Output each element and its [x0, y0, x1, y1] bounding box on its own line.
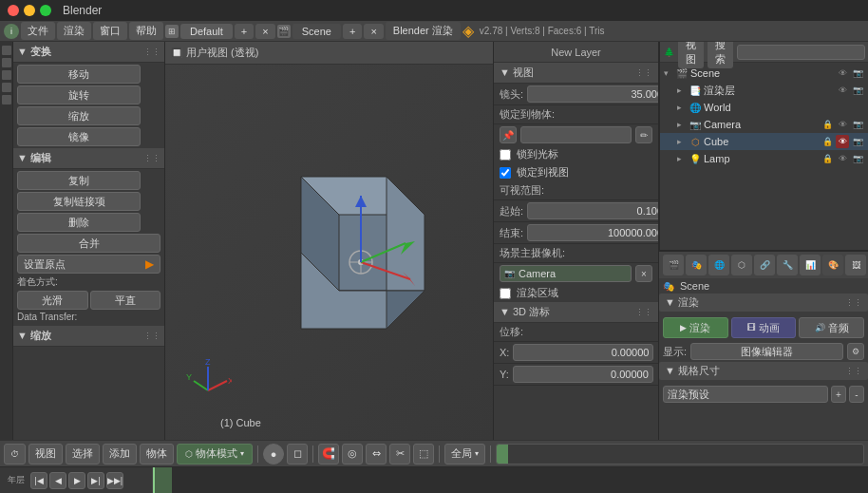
- close-scene-btn[interactable]: ×: [364, 24, 383, 39]
- tree-item-world[interactable]: ▸ 🌐 World: [660, 99, 868, 116]
- lamp-restrict-btn[interactable]: 🔒: [821, 152, 834, 165]
- tool-btn-1[interactable]: ✂: [389, 444, 410, 465]
- transform-header[interactable]: ▼ 变换 ⋮⋮: [13, 42, 164, 63]
- camera-close-btn[interactable]: ×: [635, 265, 652, 282]
- props-tab-modifiers[interactable]: 🔧: [777, 255, 798, 275]
- view-section-header[interactable]: ▼ 视图 ⋮⋮: [494, 63, 658, 84]
- proportional-btn[interactable]: ◎: [342, 444, 363, 465]
- menu-help[interactable]: 帮助: [129, 22, 163, 40]
- vert-btn-3[interactable]: [2, 70, 11, 80]
- cursor-section-header[interactable]: ▼ 3D 游标 ⋮⋮: [494, 302, 658, 323]
- menu-render[interactable]: 渲染: [57, 22, 91, 40]
- snap-btn[interactable]: 🧲: [318, 444, 339, 465]
- add-preset-btn[interactable]: +: [831, 386, 846, 403]
- x-input[interactable]: [513, 344, 653, 361]
- rl-render-btn[interactable]: 📷: [851, 84, 864, 97]
- timeline-icon-btn[interactable]: ⏱: [4, 444, 26, 465]
- remove-preset-btn[interactable]: -: [849, 386, 864, 403]
- object-btn[interactable]: 物体: [140, 444, 174, 465]
- clip-start-input[interactable]: [527, 202, 659, 219]
- display-settings-btn[interactable]: ⚙: [847, 343, 864, 360]
- edit-header[interactable]: ▼ 编辑 ⋮⋮: [13, 148, 164, 169]
- props-tab-world[interactable]: 🌐: [708, 255, 729, 275]
- camera-vis-btn[interactable]: 👁: [836, 118, 849, 131]
- tree-item-cube[interactable]: ▸ ⬡ Cube 🔒 👁 📷: [660, 133, 868, 150]
- minimize-button[interactable]: [24, 5, 35, 16]
- tree-item-render-layer[interactable]: ▸ 📑 渲染层 👁 📷: [660, 82, 868, 99]
- view-btn[interactable]: 视图: [28, 444, 63, 465]
- scene-render-btn[interactable]: 📷: [851, 66, 864, 80]
- lock-icon[interactable]: 📌: [500, 126, 517, 143]
- timeline-end-btn[interactable]: ▶▶|: [106, 472, 123, 489]
- timeline-next-btn[interactable]: ▶|: [87, 472, 104, 489]
- scale-header[interactable]: ▼ 缩放 ⋮⋮: [13, 326, 164, 347]
- global-btn[interactable]: 全局 ▾: [444, 444, 485, 465]
- mode-btn[interactable]: ⬡ 物体模式 ▾: [177, 444, 253, 465]
- set-origin-btn[interactable]: 设置原点 ▶: [17, 255, 160, 274]
- props-tab-scene[interactable]: 🎭: [686, 255, 707, 275]
- frame-strip[interactable]: [496, 444, 864, 465]
- copy-linked-btn[interactable]: 复制链接项: [17, 192, 141, 211]
- resolution-section-header[interactable]: ▼ 规格尺寸 ⋮⋮: [659, 362, 868, 380]
- scene-tab[interactable]: Scene: [292, 24, 341, 39]
- display-btn[interactable]: 图像编辑器: [690, 343, 843, 360]
- timeline-play-btn[interactable]: ▶: [68, 472, 85, 489]
- lens-input[interactable]: [527, 85, 659, 103]
- menu-file[interactable]: 文件: [21, 22, 55, 40]
- maximize-button[interactable]: [40, 5, 51, 16]
- world-expand-icon[interactable]: ▸: [677, 103, 687, 112]
- merge-btn[interactable]: 合并: [17, 234, 160, 253]
- props-tab-texture[interactable]: 🖼: [845, 255, 866, 275]
- props-tab-material[interactable]: 🎨: [822, 255, 843, 275]
- tree-item-camera[interactable]: ▸ 📷 Camera 🔒 👁 📷: [660, 116, 868, 133]
- lock-view-checkbox[interactable]: [500, 167, 511, 179]
- smooth-btn[interactable]: 光滑: [17, 291, 88, 310]
- mirror-btn[interactable]: ⇔: [366, 444, 387, 465]
- camera-render-btn[interactable]: 📷: [851, 118, 864, 131]
- viewport-3d[interactable]: 🔲 用户视图 (透视): [165, 42, 493, 440]
- close-workspace-btn[interactable]: ×: [255, 24, 274, 39]
- camera-expand-icon[interactable]: ▸: [677, 120, 687, 129]
- move-btn[interactable]: 移动: [17, 65, 141, 84]
- props-tab-data[interactable]: 📊: [800, 255, 821, 275]
- layout-icon[interactable]: ⊞: [165, 25, 179, 38]
- render-section-header[interactable]: ▼ 渲染 ⋮⋮: [659, 294, 868, 312]
- outliner-icon[interactable]: 🌲: [664, 47, 674, 57]
- cube-render-btn[interactable]: 📷: [851, 135, 864, 148]
- timeline-back-btn[interactable]: |◀: [30, 472, 47, 489]
- vert-btn-1[interactable]: [2, 46, 11, 55]
- edge-select-btn[interactable]: ◻: [287, 444, 308, 465]
- timeline-playhead[interactable]: [153, 467, 155, 493]
- rl-vis-btn[interactable]: 👁: [836, 84, 849, 97]
- render-region-checkbox[interactable]: [500, 288, 511, 299]
- mirror-btn[interactable]: 镜像: [17, 127, 141, 146]
- anim-btn[interactable]: 🎞 动画: [731, 317, 797, 338]
- add-btn[interactable]: 添加: [103, 444, 137, 465]
- scene-icon-btn[interactable]: 🎬: [277, 25, 291, 38]
- scene-vis-btn[interactable]: 👁: [836, 66, 849, 80]
- info-icon[interactable]: i: [4, 24, 19, 39]
- cube-restrict-btn[interactable]: 🔒: [821, 135, 834, 148]
- tree-item-lamp[interactable]: ▸ 💡 Lamp 🔒 👁 📷: [660, 150, 868, 167]
- lamp-expand-icon[interactable]: ▸: [677, 154, 687, 163]
- props-tab-constraints[interactable]: 🔗: [754, 255, 775, 275]
- vertex-select-btn[interactable]: ●: [263, 444, 284, 465]
- props-tab-object[interactable]: ⬡: [731, 255, 752, 275]
- outliner-search-input[interactable]: [737, 45, 865, 60]
- timeline-track[interactable]: [152, 467, 868, 493]
- vert-btn-2[interactable]: [2, 58, 11, 67]
- lock-object-field[interactable]: [520, 126, 632, 143]
- rotate-btn[interactable]: 旋转: [17, 85, 141, 104]
- delete-btn[interactable]: 删除: [17, 213, 141, 232]
- rl-expand-icon[interactable]: ▸: [677, 85, 687, 95]
- lamp-render-btn[interactable]: 📷: [851, 152, 864, 165]
- close-button[interactable]: [8, 5, 19, 16]
- add-workspace-btn[interactable]: +: [235, 24, 254, 39]
- viewport-canvas[interactable]: X Y Z (1) Cube: [165, 65, 493, 440]
- cube-expand-icon[interactable]: ▸: [677, 137, 687, 146]
- vert-btn-4[interactable]: [2, 83, 11, 92]
- copy-btn[interactable]: 复制: [17, 171, 141, 190]
- render-btn[interactable]: ▶ 渲染: [663, 317, 728, 338]
- menu-window[interactable]: 窗口: [93, 22, 127, 40]
- props-tab-render[interactable]: 🎬: [663, 255, 684, 275]
